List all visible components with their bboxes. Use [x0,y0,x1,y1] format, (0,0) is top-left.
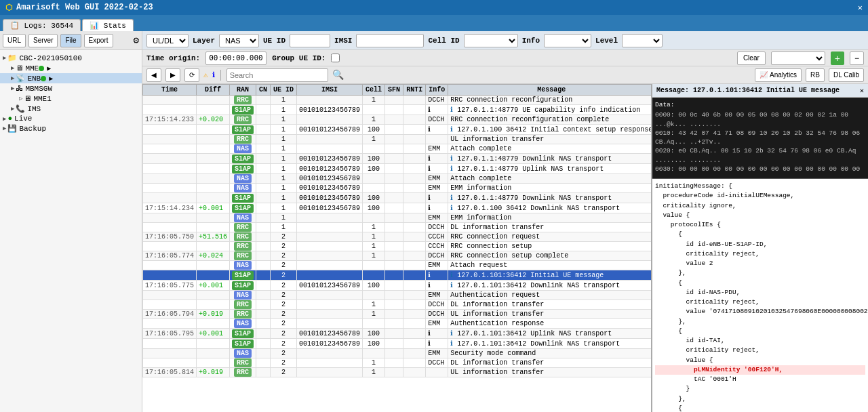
remove-button[interactable]: − [850,52,864,65]
table-row[interactable]: S1AP 1 001010123456789 ℹ ℹ 127.0.1.1:487… [143,105,652,115]
dl-calib-button[interactable]: DL Calib [829,68,864,82]
detail-close-icon[interactable]: ✕ [860,86,864,95]
cell-imsi [297,96,363,105]
table-row[interactable]: 17:15:14.234 +0.001 S1AP 1 0010101234567… [143,203,652,213]
tree-detail-line: protocolIEs { [655,220,865,230]
close-icon[interactable]: ✕ [858,3,863,13]
tree-item-mbmsgw[interactable]: ▶ 🖧 MBMSGW [0,83,142,94]
cell-diff [197,349,230,358]
table-row[interactable]: RRC 1 1 UL information transfer [143,135,652,144]
table-row[interactable]: NAS 2 EMM Security mode command [143,349,652,358]
table-row[interactable]: RRC 1 1 DCCH DL information transfer [143,223,652,232]
cell-rnti [403,329,426,339]
table-row[interactable]: NAS 1 EMM Attach complete [143,144,652,154]
tree-item-enb[interactable]: ▶ 📡 ENB ▶ [0,73,142,83]
tree-detail-line: pLMNidentity '00F120'H, [655,365,865,375]
table-row[interactable]: S1AP 1 001010123456789 100 ℹ ℹ 127.0.1.1… [143,154,652,164]
search-icon[interactable]: 🔍 [332,69,344,81]
ul-dl-select[interactable]: UL/DLULDL [146,34,189,47]
cell-message: DL information transfer [448,358,651,368]
cell-cell: 100 [363,281,385,291]
tab-stats[interactable]: 📊 Stats [82,19,134,31]
table-row[interactable]: RRC 1 1 DCCH RRC connection reconfigurat… [143,96,652,105]
table-row[interactable]: S1AP 1 001010123456789 100 ℹ ℹ 127.0.1.1… [143,193,652,203]
tree-item-ims[interactable]: ▶ 📞 IMS [0,104,142,114]
table-row[interactable]: 17:16:05.774 +0.024 RRC 2 1 DCCH RRC con… [143,251,652,261]
table-row[interactable]: S1AP 2 ℹ ℹ 127.0.1.101:36412 Initial UE … [143,270,652,281]
cell-id-select[interactable] [464,34,518,47]
cell-time [143,339,197,349]
table-row[interactable]: 17:16:05.795 +0.001 S1AP 2 0010101234567… [143,329,652,339]
info-select[interactable] [544,34,591,47]
table-row[interactable]: S1AP 1 001010123456789 100 ℹ ℹ 127.0.1.1… [143,125,652,135]
cell-time [143,319,197,329]
table-row[interactable]: NAS 2 EMM Authentication request [143,291,652,300]
layer-select[interactable]: NASRRCS1AP [219,34,259,47]
tabbar: 📋 Logs: 36544 📊 Stats [0,15,868,31]
cell-diff: +0.019 [197,368,230,377]
cell-time [143,193,197,203]
table-row[interactable]: NAS 1 EMM EMM information [143,213,652,223]
cell-rnti [403,144,426,154]
cell-ue-id: 1 [271,144,297,154]
table-row[interactable]: S1AP 1 001010123456789 100 ℹ ℹ 127.0.1.1… [143,164,652,174]
search-input[interactable] [226,68,328,82]
cell-sfn [385,203,403,213]
table-row[interactable]: 17:16:05.775 +0.001 S1AP 2 0010101234567… [143,281,652,291]
table-row[interactable]: NAS 1 001010123456789 EMM EMM informatio… [143,184,652,193]
file-button[interactable]: File [60,34,81,47]
table-row[interactable]: 17:16:05.794 +0.019 RRC 2 1 DCCH UL info… [143,310,652,319]
ue-id-input[interactable] [290,34,330,47]
tab-logs[interactable]: 📋 Logs: 36544 [3,19,81,31]
log-table-container[interactable]: Time Diff RAN CN UE ID IMSI Cell SFN RNT… [142,84,651,412]
cell-diff [197,291,230,300]
cell-rnti [403,291,426,300]
tree-item-mme1[interactable]: ▷ 🖥 MME1 [0,94,142,104]
group-ue-checkbox[interactable] [331,54,340,62]
cell-ue-id: 2 [271,368,297,377]
time-origin-input[interactable] [205,52,267,65]
detail-hex: Data: 0000: 00 0c 40 6b 00 00 05 00 08 0… [652,98,868,179]
nav-back-button[interactable]: ◀ [146,68,161,82]
table-row[interactable]: RRC 2 1 DCCH DL information transfer [143,300,652,310]
add-button[interactable]: + [831,52,844,65]
cell-cn [256,193,271,203]
logs-icon: 📋 [10,22,20,30]
level-select[interactable] [622,34,663,47]
tree-item-cbc[interactable]: ▶ 📁 CBC-2021050100 [0,53,142,63]
tree-item-mme[interactable]: ▶ 🖥 MME ▶ [0,63,142,73]
table-row[interactable]: NAS 2 EMM Authentication response [143,319,652,329]
table-row[interactable]: RRC 2 1 DCCH DL information transfer [143,358,652,368]
table-row[interactable]: 17:16:05.814 +0.019 RRC 2 1 UL informati… [143,368,652,377]
cell-ran: S1AP [230,281,256,291]
filter-bar: UL/DLULDL Layer NASRRCS1AP UE ID IMSI Ce… [142,31,868,50]
col-cell: Cell [363,85,385,96]
analytics-button[interactable]: 📈 Analytics [755,68,802,82]
table-row[interactable]: NAS 2 EMM Attach request [143,261,652,270]
export-button[interactable]: Export [84,34,113,47]
cell-time: 17:16:05.814 [143,368,197,377]
rb-button[interactable]: RB [806,68,825,82]
table-row[interactable]: 17:15:14.233 +0.020 RRC 1 1 DCCH RRC con… [143,115,652,125]
detail-title: Message: 127.0.1.101:36412 Initial UE me… [656,87,840,94]
imsi-input[interactable] [356,34,424,47]
url-button[interactable]: URL [3,34,26,47]
tree-item-backup[interactable]: ▶ 💾 Backup [0,123,142,133]
table-row[interactable]: 17:16:05.750 +51.516 RRC 2 1 CCCH RRC co… [143,232,652,242]
cell-info: DCCH [426,310,448,319]
table-row[interactable]: S1AP 2 001010123456789 100 ℹ ℹ 127.0.1.1… [143,339,652,349]
cell-cell: 100 [363,339,385,349]
cell-cn [256,144,271,154]
nav-forward-button[interactable]: ▶ [165,68,180,82]
refresh-button[interactable]: ⟳ [184,68,199,82]
settings-icon[interactable]: ⚙ [134,35,139,46]
table-row[interactable]: NAS 1 001010123456789 EMM Attach complet… [143,174,652,184]
tree-item-live[interactable]: ▶ ● Live [0,114,142,123]
server-button[interactable]: Server [28,34,58,47]
cell-rnti [403,261,426,270]
cell-ran: RRC [230,242,256,251]
table-row[interactable]: RRC 2 1 CCCH RRC connection setup [143,242,652,251]
clear-select[interactable] [771,52,825,65]
clear-button[interactable]: Clear [737,52,766,65]
cell-imsi [297,291,363,300]
